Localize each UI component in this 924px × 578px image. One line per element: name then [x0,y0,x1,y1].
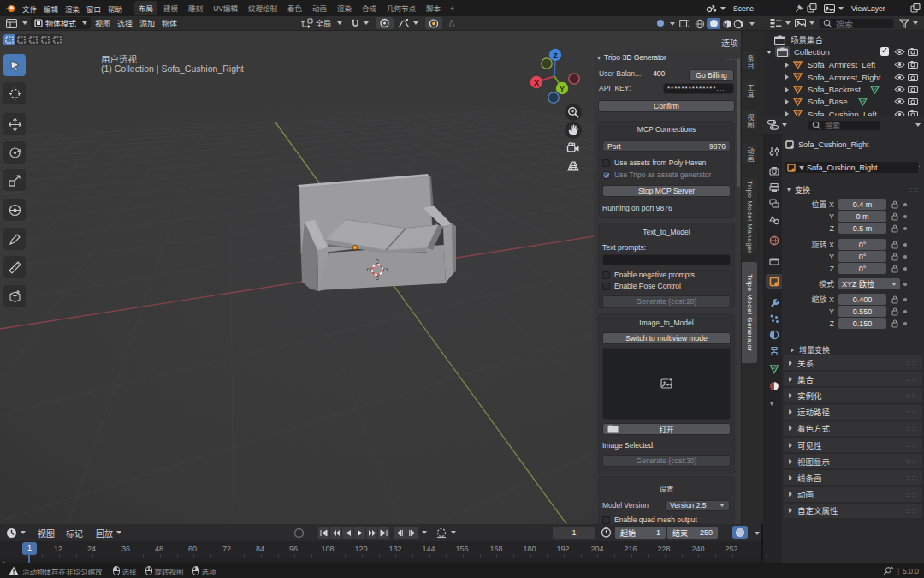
svg-text:Z: Z [553,51,558,60]
svg-text:Y: Y [560,85,565,93]
svg-text:X: X [534,79,539,87]
